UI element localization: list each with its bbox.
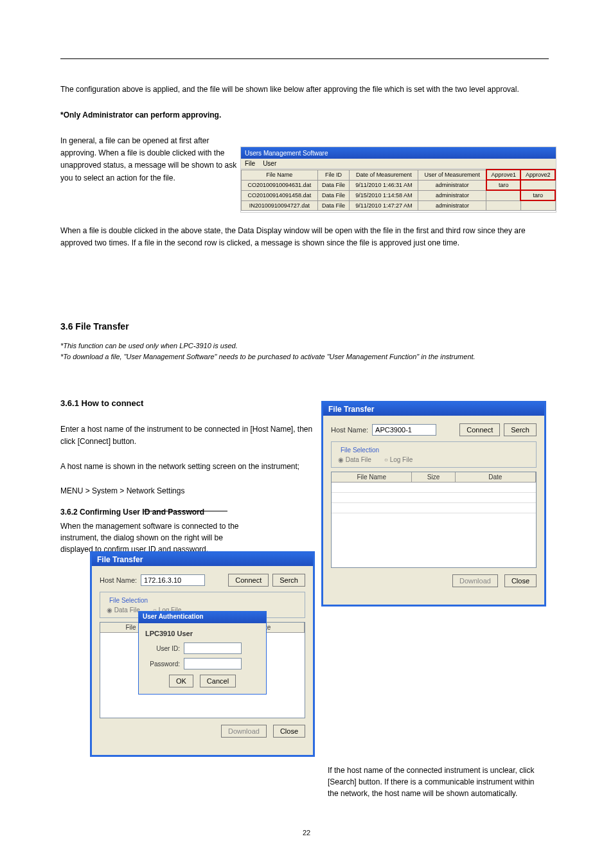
cell: 9/11/2010 1:47:27 AM [350, 200, 418, 210]
intro-note: *Only Administrator can perform approvin… [60, 109, 549, 121]
file-selection-label: File Selection [338, 447, 382, 454]
search-button-2[interactable]: Serch [272, 574, 305, 587]
file-transfer-notes: *This function can be used only when LPC… [60, 341, 549, 362]
radio-data-file[interactable]: ◉ Data File [338, 456, 371, 463]
col-fileid: File ID [317, 170, 350, 180]
cell: administrator [418, 190, 486, 200]
auth-title: User Authentication [139, 612, 266, 623]
cell: 9/11/2010 1:46:31 AM [350, 180, 418, 190]
userid-input[interactable] [184, 642, 242, 654]
cell: CO20100914091458.dat [242, 190, 318, 200]
file-list[interactable]: File Name Size Date [331, 472, 537, 568]
cell: Data File [317, 200, 350, 210]
col-size: Size [412, 472, 455, 482]
table-row[interactable]: CO20100910094631.dat Data File 9/11/2010… [242, 180, 556, 190]
cell: taro [520, 190, 555, 200]
col-approve1: Approve1 [486, 170, 521, 180]
cell: CO20100910094631.dat [242, 180, 318, 190]
download-button[interactable]: Download [452, 574, 498, 587]
cell: administrator [418, 200, 486, 210]
connect-body: Enter a host name of the instrument to b… [60, 425, 312, 495]
ums-title: Users Management Software [245, 150, 328, 157]
col-user: User of Measurement [418, 170, 486, 180]
auth-heading-label: LPC3910 User [145, 630, 260, 637]
file-transfer-dialog-2: File Transfer Host Name: Connect Serch F… [90, 551, 315, 757]
cell: Data File [317, 180, 350, 190]
radio-data-label-2: Data File [114, 607, 140, 614]
password-label: Password: [145, 660, 180, 668]
connect-button[interactable]: Connect [459, 423, 500, 436]
user-auth-dialog: User Authentication LPC3910 User User ID… [138, 611, 267, 695]
search-desc: If the host name of the connected instru… [328, 765, 546, 799]
radio-data-file-2[interactable]: ◉ Data File [107, 607, 140, 614]
ums-titlebar: Users Management Software [241, 147, 556, 159]
cell: Data File [317, 190, 350, 200]
ok-button[interactable]: OK [169, 675, 193, 687]
col-filename: File Name [242, 170, 318, 180]
col-date: Date [456, 472, 536, 482]
header-rule [60, 58, 549, 59]
radio-log-file[interactable]: ○ Log File [384, 456, 413, 463]
ft-title-2: File Transfer [92, 553, 313, 566]
host-label: Host Name: [331, 426, 368, 434]
file-transfer-heading: 3.6 File Transfer [60, 321, 129, 332]
table-row[interactable]: CO20100914091458.dat Data File 9/15/2010… [242, 190, 556, 200]
col-name: File Name [332, 472, 412, 482]
cell [520, 180, 555, 190]
ums-menubar[interactable]: File User [241, 159, 556, 169]
host-input[interactable] [372, 424, 436, 436]
cell: 9/15/2010 1:14:58 AM [350, 190, 418, 200]
file-selection-label-2: File Selection [107, 597, 150, 604]
ums-window: Users Management Software File User File… [240, 146, 556, 213]
radio-data-label: Data File [346, 456, 371, 463]
cell [486, 200, 521, 210]
table-row[interactable]: IN20100910094727.dat Data File 9/11/2010… [242, 200, 556, 210]
col-approve2: Approve2 [520, 170, 555, 180]
ums-table: File Name File ID Date of Measurement Us… [241, 169, 556, 211]
intro-text: The configuration above is applied, and … [60, 84, 549, 96]
ft-title: File Transfer [323, 403, 544, 416]
cell: taro [486, 180, 521, 190]
general-text: In general, a file can be opened at firs… [60, 135, 240, 184]
cell [486, 190, 521, 200]
userid-label: User ID: [145, 645, 180, 652]
auth-desc: When the management software is connecte… [60, 520, 253, 555]
download-button-2[interactable]: Download [221, 725, 267, 738]
how-to-connect-text: Enter a host name of the instrument to b… [60, 411, 317, 497]
page-number: 22 [0, 829, 613, 837]
auth-heading: 3.6.2 Confirming User ID and Password [60, 508, 253, 517]
file-transfer-dialog-1: File Transfer Host Name: Connect Serch F… [321, 401, 546, 607]
connect-button-2[interactable]: Connect [228, 574, 269, 587]
host-label-2: Host Name: [100, 576, 137, 584]
after-table-text: When a file is double clicked in the abo… [60, 225, 549, 249]
password-input[interactable] [184, 658, 242, 669]
cancel-button[interactable]: Cancel [200, 675, 236, 687]
host-input-2[interactable] [141, 574, 205, 586]
close-button[interactable]: Close [504, 574, 537, 587]
close-button-2[interactable]: Close [273, 725, 305, 738]
cell [520, 200, 555, 210]
cell: administrator [418, 180, 486, 190]
how-to-connect-heading: 3.6.1 How to connect [60, 398, 143, 408]
menu-file[interactable]: File [245, 160, 255, 167]
col-date: Date of Measurement [350, 170, 418, 180]
cell: IN20100910094727.dat [242, 200, 318, 210]
menu-user[interactable]: User [263, 160, 276, 167]
radio-log-label: Log File [390, 456, 413, 463]
search-button[interactable]: Serch [504, 423, 537, 436]
